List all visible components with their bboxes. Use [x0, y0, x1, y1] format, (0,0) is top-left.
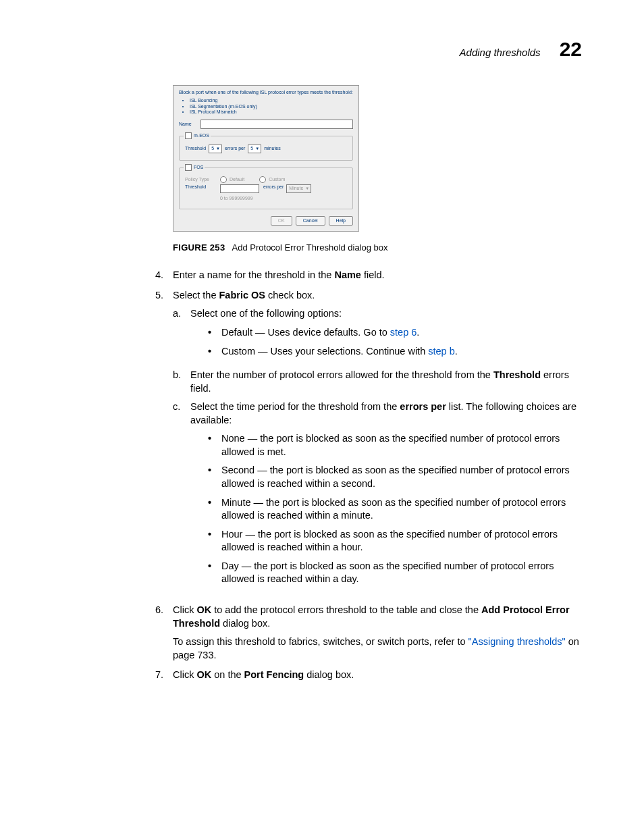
meos-title: m-EOS	[194, 133, 209, 139]
policy-custom-label: Custom	[269, 177, 285, 183]
choice-none: None — the port is blocked as soon as th…	[221, 432, 586, 459]
step-4: 4. Enter a name for the threshold in the…	[58, 269, 586, 282]
bullet-icon: •	[208, 528, 221, 554]
bullet-isl-segmentation: ISL Segmentation (m-EOS only)	[190, 104, 353, 110]
choice-second: Second — the port is blocked as soon as …	[221, 464, 586, 490]
meos-threshold-label: Threshold	[185, 146, 206, 152]
meos-threshold-select[interactable]: 5 ▼	[209, 145, 222, 153]
step-6: 6. Click OK to add the protocol errors t…	[58, 604, 586, 662]
choice-hour: Hour — the port is blocked as soon as th…	[221, 528, 586, 554]
name-label: Name	[179, 122, 198, 128]
link-step-6[interactable]: step 6	[390, 327, 417, 338]
policy-type-label: Policy Type	[185, 177, 217, 183]
fos-checkbox[interactable]	[185, 164, 192, 171]
meos-checkbox[interactable]	[185, 132, 192, 139]
step-7: 7. Click OK on the Port Fencing dialog b…	[58, 669, 586, 682]
step-5: 5. Select the Fabric OS check box. a. Se…	[58, 289, 586, 597]
figure-caption: FIGURE 253 Add Protocol Error Threshold …	[173, 242, 586, 253]
bullet-isl-mismatch: ISL Protocol Mismatch	[190, 109, 353, 115]
page: Adding thresholds 22 Block a port when o…	[0, 0, 644, 682]
fos-title: FOS	[194, 165, 203, 171]
bullet-icon: •	[208, 326, 221, 340]
meos-section: m-EOS Threshold 5 ▼ errors per 5 ▼ minut…	[179, 136, 353, 161]
chevron-down-icon: ▼	[305, 186, 309, 192]
fos-threshold-label: Threshold	[185, 184, 217, 190]
name-row: Name	[179, 120, 353, 129]
chapter-number: 22	[560, 38, 582, 61]
meos-errors-per-label: errors per	[225, 146, 245, 152]
step-5-sub: a. Select one of the following options: …	[173, 307, 586, 592]
fos-section: FOS Policy Type Default Custom Threshold…	[179, 167, 353, 209]
cancel-button[interactable]: Cancel	[296, 216, 325, 226]
policy-default-label: Default	[230, 177, 244, 183]
ok-button[interactable]: OK	[271, 216, 292, 226]
chevron-down-icon: ▼	[255, 147, 259, 152]
figure-caption-text: Add Protocol Error Threshold dialog box	[232, 242, 388, 253]
fos-range: 0 to 999999999	[220, 196, 259, 202]
policy-default-radio[interactable]	[220, 176, 227, 183]
figure-image: Block a port when one of the following I…	[173, 85, 586, 232]
name-input[interactable]	[200, 120, 353, 129]
fos-threshold-input[interactable]	[220, 184, 259, 193]
fos-errors-per-label: errors per	[263, 184, 284, 190]
page-header: Adding thresholds 22	[58, 38, 586, 61]
policy-custom-radio[interactable]	[259, 176, 266, 183]
meos-unit: minutes	[264, 146, 281, 152]
fos-unit-select[interactable]: Minute ▼	[286, 184, 311, 193]
figure-prefix: FIGURE 253	[173, 242, 225, 253]
link-step-b[interactable]: step b	[428, 346, 455, 357]
bullet-icon: •	[208, 496, 221, 523]
dialog-buttons: OK Cancel Help	[179, 216, 353, 226]
add-threshold-dialog: Block a port when one of the following I…	[173, 85, 359, 232]
dialog-bullets: ISL Bouncing ISL Segmentation (m-EOS onl…	[186, 98, 353, 115]
help-button[interactable]: Help	[329, 216, 353, 226]
step-5c: c. Select the time period for the thresh…	[173, 400, 586, 592]
bullet-icon: •	[208, 464, 221, 490]
bullet-icon: •	[208, 345, 221, 359]
dialog-intro: Block a port when one of the following I…	[179, 90, 353, 96]
step-5b: b. Enter the number of protocol errors a…	[173, 369, 586, 395]
meos-per-select[interactable]: 5 ▼	[248, 145, 261, 153]
header-title: Adding thresholds	[460, 47, 541, 58]
bullet-icon: •	[208, 560, 221, 586]
choice-day: Day — the port is blocked as soon as the…	[221, 560, 586, 586]
chevron-down-icon: ▼	[216, 147, 220, 152]
instruction-list: 4. Enter a name for the threshold in the…	[58, 269, 586, 682]
step-5a: a. Select one of the following options: …	[173, 307, 586, 363]
link-assigning-thresholds[interactable]: "Assigning thresholds"	[468, 636, 566, 647]
bullet-icon: •	[208, 432, 221, 459]
choice-minute: Minute — the port is blocked as soon as …	[221, 496, 586, 523]
bullet-isl-bouncing: ISL Bouncing	[190, 98, 353, 104]
